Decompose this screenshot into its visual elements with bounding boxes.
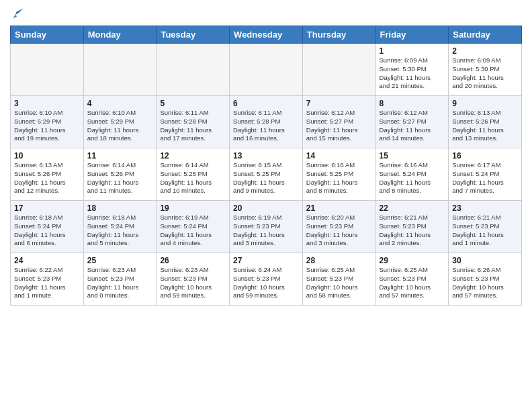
day-number: 30	[452, 256, 518, 265]
calendar-cell: 12Sunrise: 6:14 AM Sunset: 5:25 PM Dayli…	[157, 148, 230, 201]
day-info: Sunrise: 6:09 AM Sunset: 5:30 PM Dayligh…	[380, 56, 445, 91]
day-info: Sunrise: 6:18 AM Sunset: 5:24 PM Dayligh…	[87, 214, 153, 248]
calendar-cell: 27Sunrise: 6:24 AM Sunset: 5:23 PM Dayli…	[230, 253, 303, 306]
day-info: Sunrise: 6:24 AM Sunset: 5:23 PM Dayligh…	[233, 266, 299, 300]
day-number: 10	[14, 151, 80, 161]
day-number: 8	[380, 99, 445, 108]
calendar-cell	[11, 44, 84, 96]
column-header-saturday: Saturday	[449, 26, 522, 44]
day-info: Sunrise: 6:16 AM Sunset: 5:24 PM Dayligh…	[380, 161, 445, 195]
calendar-cell: 7Sunrise: 6:12 AM Sunset: 5:27 PM Daylig…	[302, 96, 375, 148]
day-number: 16	[452, 151, 518, 161]
day-number: 28	[306, 256, 372, 265]
calendar-cell: 10Sunrise: 6:13 AM Sunset: 5:26 PM Dayli…	[11, 148, 84, 201]
calendar-cell: 25Sunrise: 6:23 AM Sunset: 5:23 PM Dayli…	[83, 253, 157, 306]
day-info: Sunrise: 6:11 AM Sunset: 5:28 PM Dayligh…	[160, 109, 226, 143]
day-info: Sunrise: 6:17 AM Sunset: 5:24 PM Dayligh…	[452, 161, 518, 195]
day-info: Sunrise: 6:10 AM Sunset: 5:29 PM Dayligh…	[14, 109, 80, 143]
calendar-cell	[230, 44, 303, 96]
calendar-cell: 26Sunrise: 6:23 AM Sunset: 5:23 PM Dayli…	[157, 253, 230, 306]
calendar-cell: 30Sunrise: 6:26 AM Sunset: 5:23 PM Dayli…	[449, 253, 522, 306]
day-info: Sunrise: 6:20 AM Sunset: 5:23 PM Dayligh…	[306, 214, 372, 248]
column-header-thursday: Thursday	[302, 26, 375, 44]
calendar-cell: 8Sunrise: 6:12 AM Sunset: 5:27 PM Daylig…	[375, 96, 449, 148]
day-number: 1	[380, 46, 445, 56]
calendar-cell: 22Sunrise: 6:21 AM Sunset: 5:23 PM Dayli…	[375, 201, 449, 253]
calendar-cell: 15Sunrise: 6:16 AM Sunset: 5:24 PM Dayli…	[375, 148, 449, 201]
day-number: 17	[14, 203, 80, 213]
calendar-cell	[157, 44, 230, 96]
day-info: Sunrise: 6:12 AM Sunset: 5:27 PM Dayligh…	[380, 109, 445, 143]
calendar-cell: 5Sunrise: 6:11 AM Sunset: 5:28 PM Daylig…	[157, 96, 230, 148]
day-info: Sunrise: 6:18 AM Sunset: 5:24 PM Dayligh…	[14, 214, 80, 248]
calendar-cell: 20Sunrise: 6:19 AM Sunset: 5:23 PM Dayli…	[230, 201, 303, 253]
calendar-cell	[302, 44, 375, 96]
day-info: Sunrise: 6:10 AM Sunset: 5:29 PM Dayligh…	[87, 109, 153, 143]
calendar-cell: 17Sunrise: 6:18 AM Sunset: 5:24 PM Dayli…	[11, 201, 84, 253]
calendar-cell: 28Sunrise: 6:25 AM Sunset: 5:23 PM Dayli…	[302, 253, 375, 306]
calendar-cell: 9Sunrise: 6:13 AM Sunset: 5:26 PM Daylig…	[449, 96, 522, 148]
day-info: Sunrise: 6:26 AM Sunset: 5:23 PM Dayligh…	[452, 266, 518, 300]
day-number: 2	[452, 46, 518, 56]
calendar-cell: 4Sunrise: 6:10 AM Sunset: 5:29 PM Daylig…	[83, 96, 157, 148]
day-number: 14	[306, 151, 372, 161]
day-number: 23	[452, 203, 518, 213]
logo-bird-icon	[11, 7, 25, 20]
calendar-cell: 3Sunrise: 6:10 AM Sunset: 5:29 PM Daylig…	[11, 96, 84, 148]
day-info: Sunrise: 6:25 AM Sunset: 5:23 PM Dayligh…	[306, 266, 372, 300]
day-info: Sunrise: 6:21 AM Sunset: 5:23 PM Dayligh…	[452, 214, 518, 248]
calendar-row-3: 17Sunrise: 6:18 AM Sunset: 5:24 PM Dayli…	[11, 201, 522, 253]
column-header-friday: Friday	[375, 26, 449, 44]
header-row: SundayMondayTuesdayWednesdayThursdayFrid…	[11, 26, 522, 44]
day-info: Sunrise: 6:09 AM Sunset: 5:30 PM Dayligh…	[452, 56, 518, 91]
column-header-monday: Monday	[83, 26, 157, 44]
day-number: 13	[233, 151, 299, 161]
day-number: 29	[380, 256, 445, 265]
day-number: 24	[14, 256, 80, 265]
column-header-sunday: Sunday	[11, 26, 84, 44]
calendar-row-4: 24Sunrise: 6:22 AM Sunset: 5:23 PM Dayli…	[11, 253, 522, 306]
calendar-cell: 21Sunrise: 6:20 AM Sunset: 5:23 PM Dayli…	[302, 201, 375, 253]
calendar-cell: 23Sunrise: 6:21 AM Sunset: 5:23 PM Dayli…	[449, 201, 522, 253]
calendar-cell: 11Sunrise: 6:14 AM Sunset: 5:26 PM Dayli…	[83, 148, 157, 201]
day-info: Sunrise: 6:14 AM Sunset: 5:26 PM Dayligh…	[87, 161, 153, 195]
day-info: Sunrise: 6:16 AM Sunset: 5:25 PM Dayligh…	[306, 161, 372, 195]
day-number: 18	[87, 203, 153, 213]
calendar-cell: 13Sunrise: 6:15 AM Sunset: 5:25 PM Dayli…	[230, 148, 303, 201]
day-info: Sunrise: 6:14 AM Sunset: 5:25 PM Dayligh…	[160, 161, 226, 195]
day-info: Sunrise: 6:21 AM Sunset: 5:23 PM Dayligh…	[380, 214, 445, 248]
day-info: Sunrise: 6:11 AM Sunset: 5:28 PM Dayligh…	[233, 109, 299, 143]
calendar-cell	[83, 44, 157, 96]
logo	[10, 7, 25, 20]
day-number: 27	[233, 256, 299, 265]
day-number: 15	[380, 151, 445, 161]
calendar-table: SundayMondayTuesdayWednesdayThursdayFrid…	[10, 26, 522, 306]
day-number: 26	[160, 256, 226, 265]
calendar-cell: 14Sunrise: 6:16 AM Sunset: 5:25 PM Dayli…	[302, 148, 375, 201]
calendar-cell: 6Sunrise: 6:11 AM Sunset: 5:28 PM Daylig…	[230, 96, 303, 148]
day-number: 3	[14, 99, 80, 108]
day-info: Sunrise: 6:23 AM Sunset: 5:23 PM Dayligh…	[87, 266, 153, 300]
calendar-cell: 18Sunrise: 6:18 AM Sunset: 5:24 PM Dayli…	[83, 201, 157, 253]
day-number: 21	[306, 203, 372, 213]
column-header-wednesday: Wednesday	[230, 26, 303, 44]
day-info: Sunrise: 6:13 AM Sunset: 5:26 PM Dayligh…	[14, 161, 80, 195]
day-number: 19	[160, 203, 226, 213]
day-number: 11	[87, 151, 153, 161]
day-number: 20	[233, 203, 299, 213]
day-number: 22	[380, 203, 445, 213]
day-info: Sunrise: 6:23 AM Sunset: 5:23 PM Dayligh…	[160, 266, 226, 300]
day-info: Sunrise: 6:22 AM Sunset: 5:23 PM Dayligh…	[14, 266, 80, 300]
day-number: 9	[452, 99, 518, 108]
day-number: 4	[87, 99, 153, 108]
day-info: Sunrise: 6:13 AM Sunset: 5:26 PM Dayligh…	[452, 109, 518, 143]
day-number: 5	[160, 99, 226, 108]
day-number: 25	[87, 256, 153, 265]
day-number: 7	[306, 99, 372, 108]
day-info: Sunrise: 6:19 AM Sunset: 5:24 PM Dayligh…	[160, 214, 226, 248]
calendar-row-0: 1Sunrise: 6:09 AM Sunset: 5:30 PM Daylig…	[11, 44, 522, 96]
day-info: Sunrise: 6:25 AM Sunset: 5:23 PM Dayligh…	[380, 266, 445, 300]
day-number: 12	[160, 151, 226, 161]
calendar-row-1: 3Sunrise: 6:10 AM Sunset: 5:29 PM Daylig…	[11, 96, 522, 148]
calendar-cell: 1Sunrise: 6:09 AM Sunset: 5:30 PM Daylig…	[375, 44, 449, 96]
